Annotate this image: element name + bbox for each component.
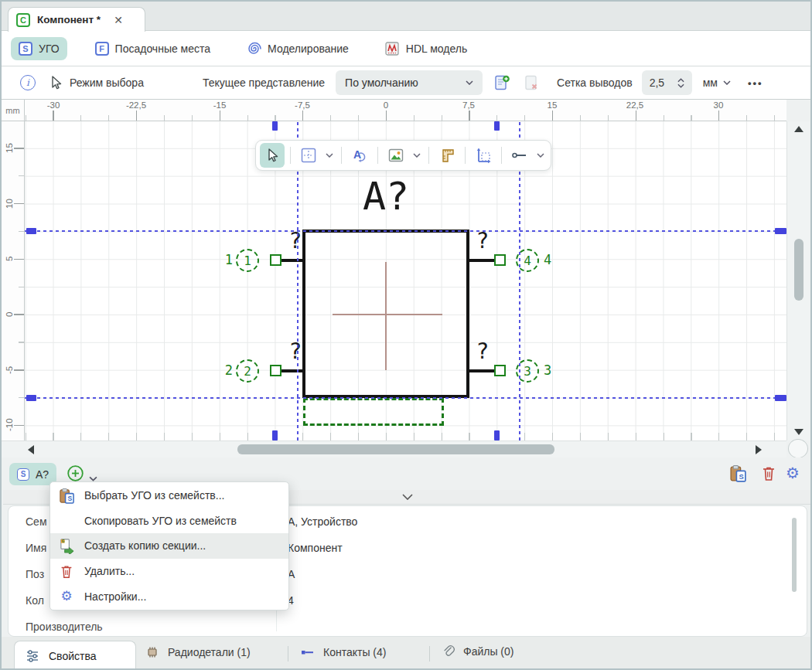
vertical-scroll-thumb[interactable]	[794, 239, 803, 301]
tab-contacts[interactable]: Контакты (4)	[300, 644, 386, 660]
pin-1-line[interactable]	[281, 259, 303, 262]
empty-icon-slot	[58, 512, 75, 529]
tab-files[interactable]: Файлы (0)	[442, 644, 513, 658]
tab-contacts-label: Контакты (4)	[323, 646, 386, 658]
editor-subtabs: S УГО F Посадочные места Моделирование H…	[2, 31, 810, 66]
stepper-arrows-icon[interactable]	[677, 78, 684, 88]
delete-section-button[interactable]	[760, 464, 777, 485]
guide-marker[interactable]	[272, 430, 278, 440]
shape-rect-icon	[300, 147, 317, 164]
gear-icon: ⚙	[58, 588, 75, 605]
bottom-tab-bar: Свойства Радиодетали (1) Контакты (4) Фа…	[2, 637, 810, 670]
component-editor-window: C Компонент * ✕ S УГО F Посадочные места…	[0, 0, 812, 670]
sliders-icon	[26, 649, 39, 663]
scroll-down-arrow[interactable]	[794, 429, 803, 435]
horizontal-scroll-thumb[interactable]	[237, 444, 554, 454]
pin-3-unassigned-mark: ?	[473, 338, 492, 364]
text-tool-button[interactable]: A	[347, 143, 372, 168]
menu-item-label: Настройки...	[84, 590, 146, 603]
scroll-right-arrow[interactable]	[756, 445, 762, 454]
guide-marker[interactable]	[494, 121, 500, 131]
menu-item-label: Скопировать УГО из семейств	[84, 515, 237, 527]
guide-marker[interactable]	[494, 430, 500, 440]
pin-1-pad[interactable]	[270, 254, 281, 266]
vertical-ruler: 15 10 5 0 -5 -10	[2, 121, 25, 440]
symbol-body-rect[interactable]	[302, 230, 469, 398]
scroll-left-arrow[interactable]	[28, 445, 34, 454]
view-select-value: По умолчанию	[345, 77, 418, 89]
menu-item-copy-section[interactable]: G Создать копию секции...	[50, 533, 288, 559]
view-select[interactable]: По умолчанию	[336, 70, 483, 95]
menu-item-delete[interactable]: Удалить...	[50, 559, 288, 584]
chevron-down-icon	[723, 80, 731, 85]
scale-tool-button[interactable]	[471, 143, 496, 168]
tab-footprints[interactable]: F Посадочные места	[87, 37, 219, 60]
pin-4-line[interactable]	[469, 259, 495, 262]
section-settings-button[interactable]: ⚙	[786, 465, 800, 481]
tab-radio-parts-label: Радиодетали (1)	[168, 646, 251, 658]
pin-2-number-circle[interactable]: 2	[236, 359, 259, 383]
shape-tool-button[interactable]	[296, 143, 321, 168]
document-tab-bar: C Компонент * ✕	[2, 2, 810, 31]
pin-2-line[interactable]	[281, 369, 303, 372]
svg-text:S: S	[67, 495, 72, 502]
tab-hdl[interactable]: HDL модель	[377, 36, 475, 61]
delete-view-icon[interactable]	[523, 74, 540, 91]
symbol-designator-label[interactable]: A?	[334, 174, 438, 219]
cursor-icon	[264, 148, 280, 163]
info-icon[interactable]: i	[20, 75, 36, 90]
scale-axes-icon	[475, 147, 492, 164]
tab-simulation[interactable]: Моделирование	[238, 36, 357, 61]
select-tool-button[interactable]	[260, 143, 285, 168]
menu-item-settings[interactable]: ⚙ Настройки...	[50, 583, 288, 609]
guide-marker[interactable]	[26, 228, 36, 234]
pin-1-number-circle[interactable]: 1	[236, 249, 259, 272]
horizontal-scrollbar[interactable]	[2, 440, 786, 457]
property-label: Производитель	[26, 621, 103, 633]
unit-value: мм	[703, 77, 718, 89]
pin-3-pad[interactable]	[494, 365, 506, 376]
measure-tool-button[interactable]	[435, 143, 459, 168]
guide-marker[interactable]	[775, 228, 786, 234]
scroll-up-arrow[interactable]	[794, 126, 803, 132]
more-options-button[interactable]: •••	[748, 77, 763, 89]
vertical-scrollbar[interactable]	[786, 121, 810, 440]
guide-marker[interactable]	[272, 121, 278, 131]
guide-marker[interactable]	[775, 395, 786, 401]
guide-marker[interactable]	[26, 395, 36, 401]
close-icon[interactable]: ✕	[114, 15, 123, 26]
plus-circle-icon	[67, 464, 84, 482]
document-tab-component[interactable]: C Компонент * ✕	[8, 7, 145, 32]
tab-radio-parts[interactable]: Радиодетали (1)	[145, 644, 251, 660]
copy-symbol-button[interactable]: S	[729, 464, 747, 485]
editor-toolbar: i Режим выбора Текущее представление По …	[2, 66, 810, 100]
hruler-tick-label: 15	[535, 100, 569, 110]
shape-tool-dropdown[interactable]	[323, 143, 336, 168]
pin-4-pad[interactable]	[494, 254, 506, 266]
menu-item-select-ugo[interactable]: S Выбрать УГО из семейств...	[50, 483, 288, 508]
section-chip-a[interactable]: S A?	[9, 463, 56, 485]
scroll-corner-button[interactable]	[788, 439, 808, 458]
vruler-tick-label: -5	[2, 353, 16, 387]
pin-2-pad[interactable]	[270, 365, 281, 376]
pin-tool-dropdown[interactable]	[534, 143, 547, 168]
pin-3-line[interactable]	[469, 369, 495, 372]
unit-select[interactable]: мм	[703, 77, 731, 89]
tab-files-label: Файлы (0)	[463, 645, 513, 658]
tab-ugo[interactable]: S УГО	[11, 37, 67, 60]
hruler-tick-label: -15	[203, 100, 237, 110]
property-row[interactable]: Производитель	[9, 614, 807, 640]
tab-properties[interactable]: Свойства	[14, 641, 136, 670]
menu-item-copy-ugo[interactable]: Скопировать УГО из семейств	[50, 508, 288, 534]
properties-scroll-thumb[interactable]	[792, 518, 797, 592]
add-view-icon[interactable]	[493, 74, 510, 91]
schematic-canvas[interactable]: A? ? 1 1 ? 2 2 ? 4 4 ? 3 3	[25, 121, 786, 440]
chevron-down-icon	[89, 476, 97, 481]
pin-tool-button[interactable]	[507, 143, 532, 168]
hruler-tick-label: 30	[701, 100, 735, 110]
image-tool-dropdown[interactable]	[411, 143, 423, 168]
pin-grid-stepper[interactable]: 2,5	[642, 70, 692, 95]
vruler-tick-label: 15	[2, 131, 16, 165]
spiral-icon	[246, 41, 261, 56]
image-tool-button[interactable]	[384, 143, 408, 168]
